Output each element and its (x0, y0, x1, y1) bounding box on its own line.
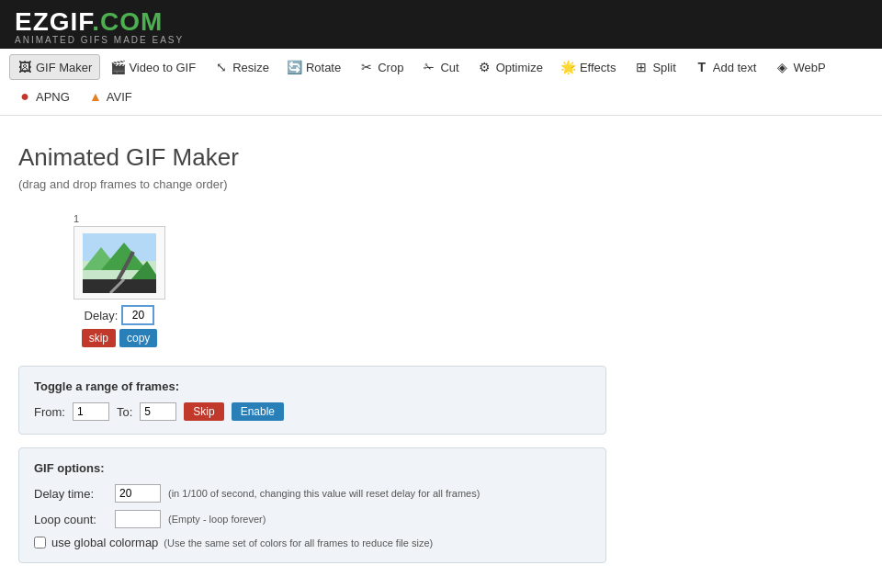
frame-delay-input[interactable] (121, 305, 154, 325)
toggle-skip-button[interactable]: Skip (184, 402, 223, 421)
frame-copy-button[interactable]: copy (119, 329, 157, 347)
nav-apng-label: APNG (36, 90, 70, 104)
svg-rect-5 (83, 279, 156, 293)
toggle-range-section: Toggle a range of frames: From: To: Skip… (18, 366, 606, 435)
delay-label: Delay: (85, 309, 119, 322)
nav-add-text[interactable]: T Add text (686, 54, 765, 80)
loop-count-hint: (Empty - loop forever) (168, 514, 266, 525)
nav-optimize-label: Optimize (496, 61, 543, 74)
nav-effects-label: Effects (580, 61, 616, 74)
nav-resize[interactable]: ⤡ Resize (206, 54, 277, 80)
colormap-hint: (Use the same set of colors for all fram… (164, 537, 433, 548)
delay-time-label: Delay time: (34, 487, 107, 501)
optimize-icon: ⚙ (478, 60, 492, 74)
delay-time-hint: (in 1/100 of second, changing this value… (168, 488, 480, 499)
from-input[interactable] (73, 402, 109, 421)
frame-card: 1 (74, 213, 165, 347)
gif-maker-icon: 🖼 (17, 60, 32, 74)
nav-gif-maker[interactable]: 🖼 GIF Maker (9, 54, 100, 80)
logo-title: EZGIF.COM (15, 7, 867, 37)
crop-icon: ✂ (359, 60, 374, 74)
logo-subtitle: ANIMATED GIFS MADE EASY (15, 35, 867, 45)
frame-delay-row: Delay: (85, 305, 155, 325)
colormap-checkbox[interactable] (34, 537, 46, 548)
webp-icon: ◈ (775, 60, 789, 74)
nav-avif[interactable]: ▲ AVIF (80, 84, 141, 109)
loop-count-label: Loop count: (34, 513, 107, 526)
frame-buttons: skip copy (82, 329, 158, 347)
loop-count-row: Loop count: (Empty - loop forever) (34, 510, 591, 528)
from-label: From: (34, 405, 65, 419)
colormap-label: use global colormap (51, 536, 158, 549)
nav-cut[interactable]: ✁ Cut (413, 54, 467, 80)
nav-rotate[interactable]: 🔄 Rotate (279, 54, 349, 80)
nav-webp-label: WebP (793, 61, 825, 74)
main-content: Animated GIF Maker (drag and drop frames… (0, 116, 882, 582)
frame-image-svg (83, 233, 156, 293)
frame-skip-button[interactable]: skip (82, 329, 116, 347)
rotate-icon: 🔄 (288, 60, 302, 74)
apng-icon: ● (17, 89, 32, 104)
gif-options-title: GIF options: (34, 461, 591, 475)
nav-video-to-gif-label: Video to GIF (129, 61, 196, 74)
resize-icon: ⤡ (214, 60, 229, 74)
add-text-icon: T (695, 60, 709, 74)
gif-options-section: GIF options: Delay time: (in 1/100 of se… (18, 447, 606, 563)
nav-cut-label: Cut (440, 61, 458, 74)
delay-time-row: Delay time: (in 1/100 of second, changin… (34, 484, 591, 503)
nav-crop-label: Crop (378, 61, 403, 74)
nav-optimize[interactable]: ⚙ Optimize (469, 54, 551, 80)
page-title: Animated GIF Maker (18, 143, 864, 172)
avif-icon: ▲ (88, 89, 103, 104)
frame-number: 1 (74, 213, 79, 224)
nav-rotate-label: Rotate (306, 61, 341, 74)
nav-apng[interactable]: ● APNG (9, 84, 78, 109)
nav-effects[interactable]: 🌟 Effects (553, 54, 625, 80)
toggle-row: From: To: Skip Enable (34, 402, 591, 421)
logo-area: EZGIF.COM ANIMATED GIFS MADE EASY (0, 0, 882, 49)
toggle-section-title: Toggle a range of frames: (34, 379, 591, 393)
nav-video-to-gif[interactable]: 🎬 Video to GIF (102, 54, 204, 80)
frame-image-box (74, 226, 165, 300)
loop-count-input[interactable] (115, 510, 161, 528)
navbar: 🖼 GIF Maker 🎬 Video to GIF ⤡ Resize 🔄 Ro… (0, 49, 882, 116)
toggle-enable-button[interactable]: Enable (232, 402, 284, 421)
nav-crop[interactable]: ✂ Crop (351, 54, 412, 80)
nav-split[interactable]: ⊞ Split (626, 54, 684, 80)
video-to-gif-icon: 🎬 (110, 60, 125, 74)
delay-time-input[interactable] (115, 484, 161, 503)
page-subtitle: (drag and drop frames to change order) (18, 177, 864, 191)
frames-area: 1 (74, 213, 864, 347)
nav-webp[interactable]: ◈ WebP (766, 54, 833, 80)
nav-split-label: Split (652, 61, 675, 74)
cut-icon: ✁ (422, 60, 436, 74)
to-label: To: (117, 405, 132, 419)
effects-icon: 🌟 (561, 60, 576, 74)
nav-resize-label: Resize (232, 61, 269, 74)
split-icon: ⊞ (634, 60, 649, 74)
to-input[interactable] (140, 402, 176, 421)
nav-gif-maker-label: GIF Maker (36, 61, 92, 74)
nav-add-text-label: Add text (713, 61, 757, 74)
colormap-row: use global colormap (Use the same set of… (34, 536, 591, 549)
nav-avif-label: AVIF (107, 90, 132, 104)
